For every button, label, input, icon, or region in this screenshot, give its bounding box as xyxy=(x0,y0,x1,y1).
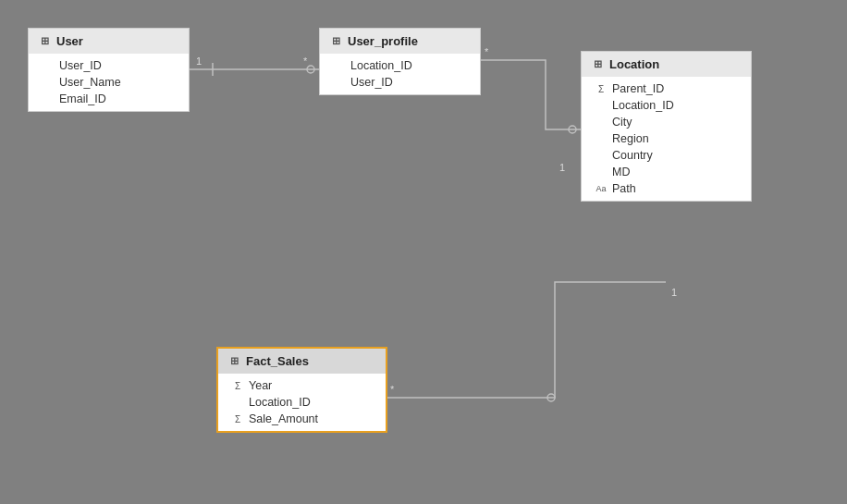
table-icon: ⊞ xyxy=(227,355,240,368)
user-profile-table-header: ⊞ User_profile xyxy=(320,29,480,54)
connection-fact-location xyxy=(387,282,666,398)
text-icon: Aa xyxy=(595,184,608,193)
list-item: Region xyxy=(582,130,751,147)
field-name: Year xyxy=(249,379,272,392)
fact-sales-table[interactable]: ⊞ Fact_Sales Σ Year Location_ID Σ Sale_A… xyxy=(216,347,387,433)
list-item: Email_ID xyxy=(29,91,189,107)
connection-profile-location xyxy=(481,60,581,129)
location-table-header: ⊞ Location xyxy=(582,52,751,77)
user-profile-table[interactable]: ⊞ User_profile Location_ID User_ID xyxy=(319,28,481,95)
endpoint-circle-3 xyxy=(547,394,555,401)
list-item: Σ Sale_Amount xyxy=(218,411,386,427)
field-name: User_Name xyxy=(59,76,121,89)
field-name: Email_ID xyxy=(59,92,106,105)
user-table-title: User xyxy=(56,34,83,48)
location-table-title: Location xyxy=(609,57,659,71)
list-item: User_ID xyxy=(320,74,480,91)
user-profile-table-body: Location_ID User_ID xyxy=(320,54,480,94)
cardinality-star-3: * xyxy=(390,384,395,395)
fact-sales-table-body: Σ Year Location_ID Σ Sale_Amount xyxy=(218,374,386,431)
list-item: User_ID xyxy=(29,57,189,74)
location-table-body: Σ Parent_ID Location_ID City Region Coun… xyxy=(582,77,751,201)
field-name: Sale_Amount xyxy=(249,412,318,425)
endpoint-circle-2 xyxy=(569,126,576,133)
table-icon: ⊞ xyxy=(329,35,342,48)
sigma-icon: Σ xyxy=(231,381,244,391)
user-table-header: ⊞ User xyxy=(29,29,189,54)
list-item: Aa Path xyxy=(582,180,751,197)
table-icon: ⊞ xyxy=(591,58,604,71)
field-name: User_ID xyxy=(59,59,102,72)
field-name: Location_ID xyxy=(350,59,412,72)
user-table-body: User_ID User_Name Email_ID xyxy=(29,54,189,111)
list-item: Location_ID xyxy=(320,57,480,74)
cardinality-star-2: * xyxy=(485,46,489,57)
list-item: City xyxy=(582,114,751,130)
list-item: Σ Parent_ID xyxy=(582,80,751,97)
field-name: City xyxy=(612,116,632,129)
field-name: Region xyxy=(612,132,649,145)
endpoint-circle xyxy=(307,66,314,73)
cardinality-star: * xyxy=(303,55,308,67)
list-item: Location_ID xyxy=(582,97,751,114)
user-profile-table-title: User_profile xyxy=(348,34,418,48)
fact-sales-table-title: Fact_Sales xyxy=(246,354,309,368)
table-icon: ⊞ xyxy=(38,35,51,48)
field-name: Location_ID xyxy=(612,99,674,112)
cardinality-1: 1 xyxy=(196,55,202,67)
field-name: Country xyxy=(612,149,653,162)
field-name: MD xyxy=(612,166,630,178)
field-name: Parent_ID xyxy=(612,82,664,95)
list-item: MD xyxy=(582,164,751,180)
list-item: Location_ID xyxy=(218,394,386,411)
sigma-icon: Σ xyxy=(231,414,244,424)
list-item: User_Name xyxy=(29,74,189,91)
fact-sales-table-header: ⊞ Fact_Sales xyxy=(218,349,386,374)
list-item: Σ Year xyxy=(218,377,386,394)
sigma-icon: Σ xyxy=(595,84,608,94)
cardinality-1-2: 1 xyxy=(559,162,565,173)
list-item: Country xyxy=(582,147,751,164)
user-table[interactable]: ⊞ User User_ID User_Name Email_ID xyxy=(28,28,190,112)
cardinality-1-3: 1 xyxy=(671,287,677,298)
field-name: Location_ID xyxy=(249,396,311,409)
field-name: Path xyxy=(612,182,636,195)
location-table[interactable]: ⊞ Location Σ Parent_ID Location_ID City … xyxy=(581,51,752,202)
field-name: User_ID xyxy=(350,76,393,89)
